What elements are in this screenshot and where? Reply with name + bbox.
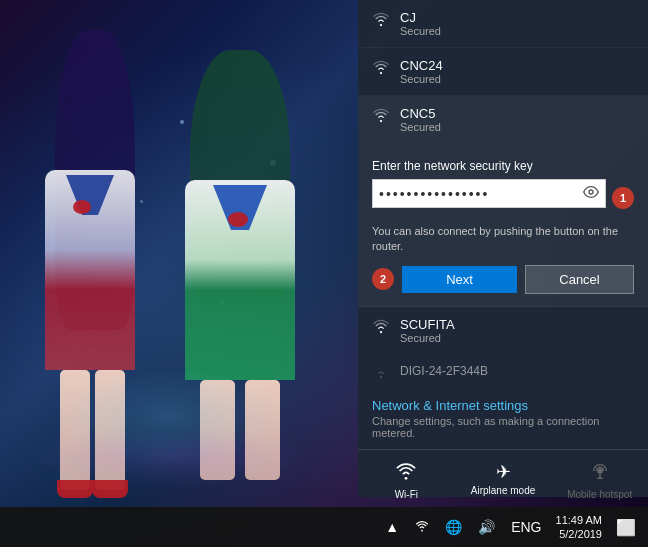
- wifi-icon-cj: [372, 10, 390, 28]
- cj-status: Secured: [400, 25, 441, 37]
- hotspot-action-icon: [589, 460, 611, 485]
- svg-point-0: [589, 190, 593, 194]
- scufita-status: Secured: [400, 332, 455, 344]
- scufita-name: SCUFITA: [400, 317, 455, 332]
- cj-name: CJ: [400, 10, 441, 25]
- language-button[interactable]: ENG: [507, 517, 545, 537]
- cnc5-status: Secured: [400, 121, 441, 133]
- airplane-action-button[interactable]: ✈ Airplane mode: [455, 450, 552, 510]
- settings-description: Change settings, such as making a connec…: [372, 415, 634, 439]
- step-badge-1: 1: [612, 187, 634, 209]
- volume-taskbar-button[interactable]: 🔊: [474, 517, 499, 537]
- cancel-button[interactable]: Cancel: [525, 265, 634, 294]
- network-item-digi[interactable]: DIGI-24-2F344B: [358, 354, 648, 388]
- network-item-cnc5: CNC5 Secured Enter the network security …: [358, 96, 648, 307]
- wifi-action-button[interactable]: Wi-Fi: [358, 450, 455, 510]
- magic-glow2: [30, 427, 310, 487]
- toggle-password-button[interactable]: [577, 180, 605, 207]
- hotspot-svg: [589, 460, 611, 482]
- cnc5-header[interactable]: CNC5 Secured: [358, 96, 648, 143]
- wifi-action-label: Wi-Fi: [395, 489, 418, 500]
- network-settings-section[interactable]: Network & Internet settings Change setti…: [358, 388, 648, 449]
- network-item-cnc24[interactable]: CNC24 Secured: [358, 48, 648, 96]
- wifi-icon-scufita: [372, 317, 390, 335]
- password-input[interactable]: [373, 182, 577, 206]
- password-field-container: [372, 179, 606, 208]
- system-tray-expand-button[interactable]: ▲: [381, 517, 403, 537]
- notification-center-button[interactable]: ⬜: [612, 516, 640, 539]
- cnc24-status: Secured: [400, 73, 443, 85]
- digi-name: DIGI-24-2F344B: [400, 364, 488, 378]
- step-badge-2: 2: [372, 268, 394, 290]
- hint-text: You can also connect by pushing the butt…: [372, 224, 634, 255]
- network-item-scufita[interactable]: SCUFITA Secured: [358, 307, 648, 354]
- taskbar-clock[interactable]: 11:49 AM 5/2/2019: [552, 513, 606, 542]
- airplane-action-icon: ✈: [496, 463, 511, 481]
- network-taskbar-button[interactable]: [411, 517, 433, 538]
- eye-icon: [583, 184, 599, 200]
- next-button[interactable]: Next: [402, 266, 517, 293]
- airplane-action-label: Airplane mode: [471, 485, 535, 496]
- cnc5-info: CNC5 Secured: [400, 106, 441, 133]
- scufita-info: SCUFITA Secured: [400, 317, 455, 344]
- wifi-action-svg: [395, 460, 417, 482]
- wifi-icon-cnc24: [372, 58, 390, 76]
- hotspot-action-button[interactable]: Mobile hotspot: [551, 450, 648, 510]
- taskbar-system-icons: ▲ 🌐 🔊 ENG: [381, 517, 545, 538]
- quick-action-bar: Wi-Fi ✈ Airplane mode Mobile hotspot: [358, 449, 648, 510]
- network-taskbar-icon: [415, 519, 429, 533]
- cnc24-name: CNC24: [400, 58, 443, 73]
- password-input-row: 1: [372, 179, 634, 216]
- wifi-icon-digi: [372, 362, 390, 380]
- notification-icon: ⬜: [616, 519, 636, 536]
- cnc5-expanded: Enter the network security key 1 You can…: [358, 153, 648, 306]
- security-key-label: Enter the network security key: [372, 159, 634, 173]
- wifi-icon-cnc5: [372, 106, 390, 124]
- hotspot-action-label: Mobile hotspot: [567, 489, 632, 500]
- cj-info: CJ Secured: [400, 10, 441, 37]
- action-button-row: 2 Next Cancel: [372, 265, 634, 294]
- wifi-action-icon: [395, 460, 417, 485]
- taskbar: ▲ 🌐 🔊 ENG 11:49 AM 5/2/2019 ⬜: [0, 507, 648, 547]
- globe-taskbar-button[interactable]: 🌐: [441, 517, 466, 537]
- svg-point-1: [597, 468, 603, 474]
- settings-title: Network & Internet settings: [372, 398, 634, 413]
- wifi-panel: CJ Secured CNC24 Secured CNC5 S: [358, 0, 648, 497]
- cnc5-name: CNC5: [400, 106, 441, 121]
- taskbar-time-value: 11:49 AM: [556, 513, 602, 527]
- taskbar-date-value: 5/2/2019: [559, 527, 602, 541]
- cnc24-info: CNC24 Secured: [400, 58, 443, 85]
- network-item-cj[interactable]: CJ Secured: [358, 0, 648, 48]
